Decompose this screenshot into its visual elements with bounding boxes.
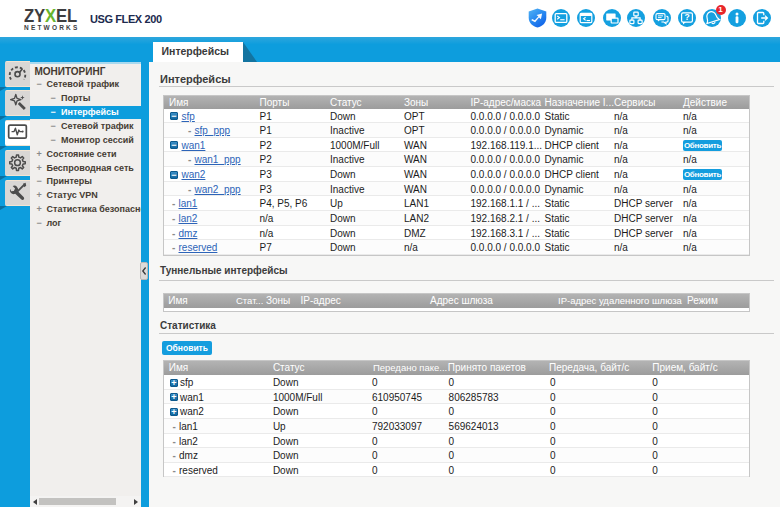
- svg-text:?: ?: [684, 12, 689, 22]
